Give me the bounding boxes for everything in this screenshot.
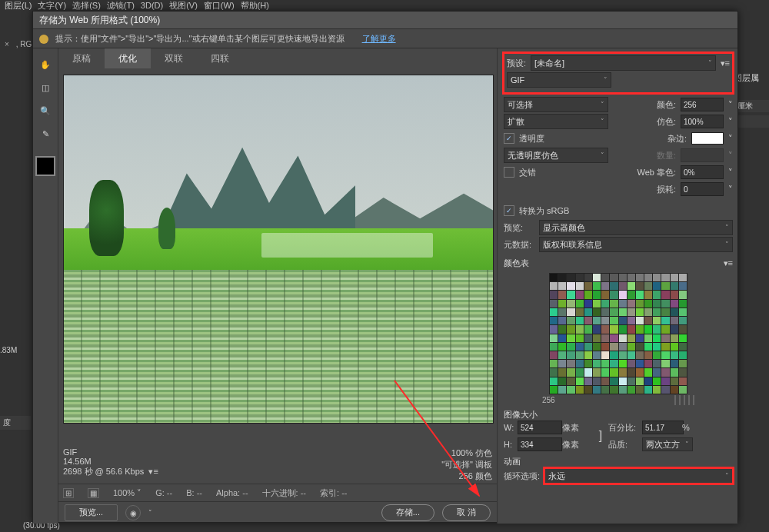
save-button[interactable]: 存储... [381,504,434,521]
preview-image[interactable] [63,75,494,424]
width-input[interactable] [518,421,562,434]
trans-amount-input [681,148,724,162]
color-table[interactable] [549,273,687,394]
color-swatch[interactable] [35,156,55,176]
preview-profile-select[interactable]: 显示器颜色˅ [539,220,733,235]
color-table-menu-icon[interactable]: ▾≡ [504,258,733,268]
quality-select[interactable]: 两次立方˅ [642,437,693,451]
link-icon[interactable]: ] [593,429,608,443]
ct-lock-icon[interactable] [684,395,685,405]
close-icon[interactable]: × [5,40,9,48]
readout-bar: ⊞ ▦ 100% ˅ G: -- B: -- Alpha: -- 十六进制: -… [58,484,497,501]
flyout-menu-icon[interactable]: ▾≡ [721,58,730,68]
hand-tool-icon[interactable]: ✋ [37,56,54,73]
lossy-input[interactable] [681,182,724,196]
dither-method-select[interactable]: 扩散˅ [504,114,608,129]
slice-toggle-icon[interactable]: ▦ [88,488,99,498]
tip-bar: 提示：使用"文件">"导出">"导出为..."或右键单击某个图层可更快速地导出资… [33,29,737,48]
websnap-input[interactable] [681,165,724,179]
zoom-select[interactable]: 100% ˅ [113,488,141,498]
dither-input[interactable] [681,115,724,128]
format-select[interactable]: GIF˅ [507,72,611,88]
ct-new-icon[interactable] [688,395,690,405]
tool-column: ✋ ◫ 🔍 ✎ [33,48,58,524]
percent-input[interactable] [642,421,684,434]
ct-cube-icon[interactable] [679,395,681,405]
tab-original[interactable]: 原稿 [58,48,105,68]
ct-diamond-icon[interactable] [674,395,676,405]
trans-dither-select[interactable]: 无透明度仿色˅ [504,148,608,163]
eyedropper-tool-icon[interactable]: ✎ [37,125,54,142]
learn-more-link[interactable]: 了解更多 [362,34,396,43]
left-status: .83M 度 [0,346,31,430]
preview-info: GIF 14.56M 2698 秒 @ 56.6 Kbps ▾≡ 100% 仿色… [58,444,497,484]
slice-tool-icon[interactable]: ◫ [37,79,54,96]
app-menu[interactable]: 图层(L)文字(Y)选择(S)滤镜(T)3D(D)视图(V)窗口(W)帮助(H) [0,0,280,11]
reduction-select[interactable]: 可选择˅ [504,97,608,112]
height-input[interactable] [518,437,562,451]
cancel-button[interactable]: 取 消 [442,504,491,521]
chevron-down-icon[interactable]: ˅ [148,509,152,517]
metadata-select[interactable]: 版权和联系信息˅ [539,237,733,252]
zoom-tool-icon[interactable]: 🔍 [37,102,54,119]
matte-color[interactable] [691,132,724,145]
srgb-checkbox[interactable] [504,205,514,216]
save-for-web-dialog: 存储为 Web 所用格式 (100%) 提示：使用"文件">"导出">"导出为.… [32,11,738,523]
tab-4up[interactable]: 四联 [197,48,243,68]
settings-panel: 预设: [未命名]˅ ▾≡ GIF˅ 可选择˅ 颜色: ˅ 扩散˅ 仿色: [497,48,737,524]
lightbulb-icon [39,35,48,44]
ct-trash-icon[interactable] [693,395,694,405]
interlaced-checkbox[interactable] [504,167,514,178]
preview-button[interactable]: 预览... [65,504,118,521]
transparency-checkbox[interactable] [504,133,514,144]
browser-icon[interactable]: ◉ [125,505,141,520]
dialog-title: 存储为 Web 所用格式 (100%) [33,12,737,29]
tab-2up[interactable]: 双联 [151,48,197,68]
animation-header: 动画 [504,456,733,467]
tab-optimized[interactable]: 优化 [105,48,151,68]
dialog-footer: 预览... ◉ ˅ 存储... 取 消 [58,501,497,524]
colors-input[interactable] [681,98,724,111]
preview-tabs: 原稿 优化 双联 四联 [58,48,497,68]
preset-select[interactable]: [未命名]˅ [531,55,716,71]
loop-select[interactable]: 永远˅ [544,468,733,484]
color-count: 256 [542,396,555,404]
image-size-header: 图像大小 [504,409,733,421]
grid-toggle-icon[interactable]: ⊞ [63,488,74,498]
